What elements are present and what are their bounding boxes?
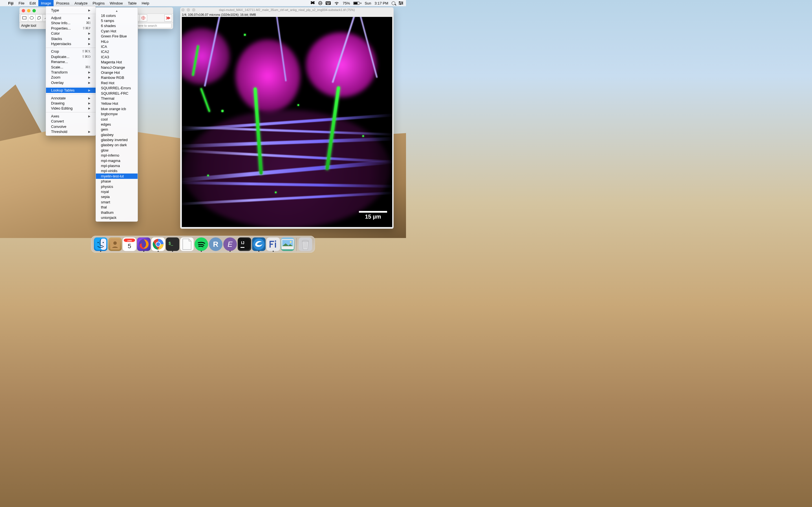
lut-menu-item[interactable]: Cyan Hot bbox=[96, 29, 138, 34]
lut-menu-item[interactable]: mpl-viridis bbox=[96, 168, 138, 173]
menubar-app-name[interactable]: Fiji bbox=[6, 0, 16, 6]
lut-menu-item[interactable]: royal bbox=[96, 189, 138, 194]
image-menu-item[interactable]: Video Editing▶ bbox=[46, 106, 96, 111]
clock-day[interactable]: Sun bbox=[364, 1, 371, 5]
image-menu-item[interactable]: Threshold▶ bbox=[46, 129, 96, 134]
image-menu-item[interactable]: Convolve bbox=[46, 124, 96, 129]
image-menu-item[interactable]: Show Info...⌘I bbox=[46, 20, 96, 25]
dock-contacts[interactable] bbox=[108, 237, 122, 251]
lut-menu-item[interactable]: myelin-test-lut bbox=[96, 173, 138, 179]
lut-menu-item[interactable]: Magenta Hot bbox=[96, 60, 138, 65]
menubar-item-window[interactable]: Window bbox=[107, 0, 125, 6]
lut-menu-item[interactable]: physics bbox=[96, 184, 138, 189]
dock-emacs[interactable]: E bbox=[223, 237, 237, 251]
dock-thunderbird[interactable] bbox=[252, 237, 266, 251]
dock-libreoffice[interactable] bbox=[180, 237, 194, 251]
lut-menu-item[interactable]: glow bbox=[96, 148, 138, 153]
lut-menu-item[interactable]: 6 shades bbox=[96, 23, 138, 29]
lut-menu-item[interactable]: 5 ramps bbox=[96, 18, 138, 23]
dock-chrome[interactable] bbox=[151, 237, 165, 251]
dock-fiji[interactable] bbox=[266, 237, 280, 251]
lut-menu-item[interactable]: ICA2 bbox=[96, 49, 138, 54]
image-window-titlebar[interactable]: dapi-muted_MAX_142711-M2_male_35um_ctrl-… bbox=[180, 7, 394, 12]
lut-menu-item[interactable]: NanoJ-Orange bbox=[96, 65, 138, 70]
dock-calendar[interactable]: JAN5 bbox=[123, 237, 136, 251]
minimize-button[interactable] bbox=[27, 9, 31, 12]
image-menu-item[interactable]: Scale...⌘E bbox=[46, 64, 96, 69]
control-center-icon[interactable] bbox=[399, 1, 403, 5]
lut-menu-item[interactable]: SQUIRREL-FRC bbox=[96, 91, 138, 96]
lut-menu-item[interactable]: Rainbow RGB bbox=[96, 75, 138, 80]
image-menu-item[interactable]: Stacks▶ bbox=[46, 36, 96, 41]
menubar-item-plugins[interactable]: Plugins bbox=[90, 0, 107, 6]
lut-menu-item[interactable]: Green Fire Blue bbox=[96, 34, 138, 39]
image-canvas[interactable]: 15 µm bbox=[182, 17, 392, 227]
lut-menu-item[interactable]: unionjack bbox=[96, 215, 138, 220]
lut-menu-item[interactable]: mpl-magma bbox=[96, 158, 138, 163]
lut-menu-item[interactable]: smart bbox=[96, 200, 138, 205]
lut-menu-item[interactable]: gem bbox=[96, 127, 138, 132]
lut-menu-item[interactable]: glasbey on dark bbox=[96, 143, 138, 148]
lut-menu-item[interactable]: ICA3 bbox=[96, 54, 138, 59]
lut-menu-item[interactable]: glasbey bbox=[96, 132, 138, 137]
lut-menu-item[interactable]: glasbey inverted bbox=[96, 137, 138, 142]
image-menu-item[interactable]: Zoom▶ bbox=[46, 75, 96, 80]
wifi-icon[interactable] bbox=[334, 1, 339, 5]
app-status-icon[interactable] bbox=[318, 1, 322, 5]
dock-rstudio[interactable]: R bbox=[209, 237, 222, 251]
lut-menu-item[interactable]: Red Hot bbox=[96, 80, 138, 86]
lut-menu-item[interactable]: brgbcmyw bbox=[96, 111, 138, 116]
zoom-button[interactable] bbox=[192, 8, 195, 11]
keyboard-icon[interactable] bbox=[326, 1, 331, 5]
submenu-scroll-up-icon[interactable]: ▲ bbox=[96, 9, 138, 13]
menubar-item-process[interactable]: Process bbox=[54, 0, 72, 6]
dock-terminal[interactable]: $_ bbox=[166, 237, 179, 251]
close-button[interactable] bbox=[181, 8, 185, 11]
image-menu-item[interactable]: Type▶ bbox=[46, 8, 96, 13]
lut-tool[interactable] bbox=[140, 14, 147, 21]
image-menu-item[interactable]: Axes▶ bbox=[46, 114, 96, 119]
battery-icon[interactable] bbox=[353, 2, 361, 5]
lut-menu-item[interactable]: 16 colors bbox=[96, 13, 138, 18]
spotlight-icon[interactable] bbox=[392, 1, 395, 5]
menubar-item-help[interactable]: Help bbox=[139, 0, 152, 6]
lut-menu-item[interactable]: Orange Hot bbox=[96, 70, 138, 75]
clock-time[interactable]: 3:17 PM bbox=[375, 1, 388, 5]
image-menu-item[interactable]: Color▶ bbox=[46, 31, 96, 36]
dropbox-icon[interactable] bbox=[310, 1, 315, 5]
menubar-item-file[interactable]: File bbox=[16, 0, 27, 6]
lut-menu-item[interactable]: thal bbox=[96, 205, 138, 210]
image-menu-item[interactable]: Hyperstacks▶ bbox=[46, 41, 96, 46]
menubar-item-table[interactable]: Table bbox=[125, 0, 139, 6]
lut-menu-item[interactable]: mpl-plasma bbox=[96, 163, 138, 168]
lut-menu-item[interactable]: ICA bbox=[96, 44, 138, 49]
lut-menu-item[interactable]: mpl-inferno bbox=[96, 153, 138, 158]
minimize-button[interactable] bbox=[187, 8, 190, 11]
oval-tool[interactable] bbox=[28, 14, 36, 21]
lut-menu-item[interactable]: edges bbox=[96, 122, 138, 127]
dock-spotify[interactable] bbox=[195, 237, 208, 251]
close-button[interactable] bbox=[22, 9, 25, 12]
polygon-tool[interactable] bbox=[35, 14, 43, 21]
dock-intellij[interactable]: IJ bbox=[238, 237, 251, 251]
menubar-item-edit[interactable]: Edit bbox=[27, 0, 38, 6]
image-menu-item[interactable]: Properties...⇧⌘P bbox=[46, 25, 96, 31]
lut-menu-item[interactable]: cool bbox=[96, 117, 138, 122]
more-tools-button[interactable]: ≫ bbox=[164, 14, 172, 21]
dock-trash[interactable] bbox=[299, 237, 312, 251]
image-menu-item[interactable]: Adjust▶ bbox=[46, 15, 96, 20]
lut-menu-item[interactable]: HiLo bbox=[96, 39, 138, 44]
lut-menu-item[interactable]: blue orange icb bbox=[96, 106, 138, 111]
lut-menu-item[interactable]: SQUIRREL-Errors bbox=[96, 86, 138, 91]
image-menu-item[interactable]: Annotate▶ bbox=[46, 96, 96, 101]
lut-menu-item[interactable]: Yellow Hot bbox=[96, 101, 138, 106]
image-menu-item[interactable]: Crop⇧⌘X bbox=[46, 49, 96, 54]
image-menu-item[interactable]: Overlay▶ bbox=[46, 80, 96, 85]
image-menu-item[interactable]: Duplicate...⇧⌘D bbox=[46, 54, 96, 59]
lut-menu-item[interactable]: sepia bbox=[96, 194, 138, 200]
image-menu-item[interactable]: Rename... bbox=[46, 59, 96, 64]
menubar-item-analyze[interactable]: Analyze bbox=[72, 0, 90, 6]
lut-menu-item[interactable]: thallium bbox=[96, 210, 138, 215]
zoom-button[interactable] bbox=[33, 9, 36, 12]
image-menu-item[interactable]: Convert bbox=[46, 119, 96, 124]
